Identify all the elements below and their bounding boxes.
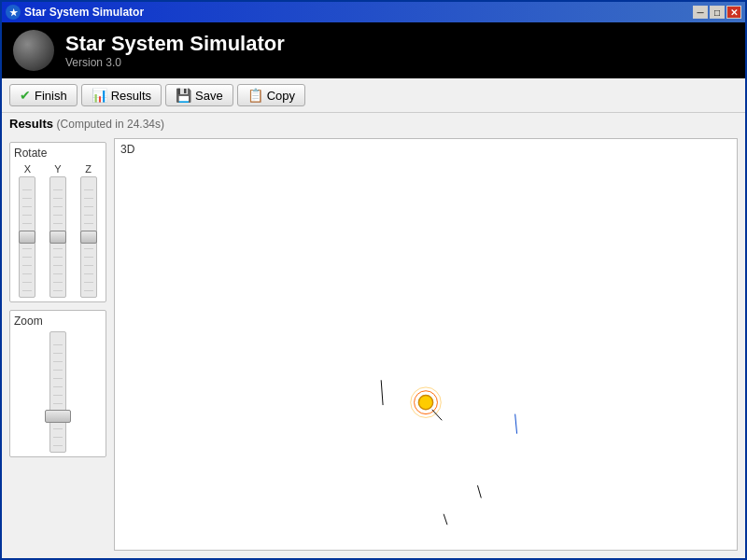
finish-label: Finish [35, 89, 67, 103]
minimize-button[interactable]: ─ [693, 6, 708, 19]
toolbar: ✔ Finish 📊 Results 💾 Save 📋 Copy [2, 78, 745, 113]
svg-line-7 [444, 514, 447, 525]
status-label: Results [9, 117, 53, 131]
app-title: Star System Simulator [65, 32, 285, 56]
copy-label: Copy [267, 89, 295, 103]
left-panel: Rotate X Y Z [2, 134, 114, 558]
zoom-slider-thumb[interactable] [45, 410, 71, 423]
results-label: Results [111, 89, 151, 103]
copy-icon: 📋 [247, 88, 263, 103]
rotate-controls: X Y Z [14, 163, 102, 298]
results-icon: 📊 [92, 88, 107, 103]
main-content: Rotate X Y Z [2, 134, 745, 558]
finish-button[interactable]: ✔ Finish [9, 84, 78, 106]
app-version: Version 3.0 [65, 56, 285, 69]
copy-button[interactable]: 📋 Copy [237, 84, 305, 106]
svg-line-0 [381, 380, 383, 405]
x-axis-control: X [19, 163, 35, 298]
z-slider-thumb[interactable] [80, 231, 97, 244]
status-bar: Results (Computed in 24.34s) [2, 113, 745, 134]
x-axis-label: X [24, 163, 31, 175]
maximize-button[interactable]: □ [710, 6, 725, 19]
svg-line-6 [477, 485, 481, 497]
app-icon: ★ [6, 5, 21, 20]
zoom-group: Zoom [9, 310, 106, 457]
app-header-text: Star System Simulator Version 3.0 [65, 32, 285, 69]
star-system-view [115, 139, 737, 550]
z-axis-control: Z [80, 163, 97, 298]
app-logo [13, 30, 54, 71]
status-computed: (Computed in 24.34s) [57, 118, 164, 131]
y-axis-control: Y [49, 163, 66, 298]
title-bar-left: ★ Star System Simulator [6, 5, 144, 20]
z-slider[interactable] [80, 176, 97, 298]
z-axis-label: Z [85, 163, 92, 175]
rotate-label: Rotate [14, 147, 102, 160]
save-label: Save [195, 89, 223, 103]
save-button[interactable]: 💾 Save [165, 84, 233, 106]
x-slider-thumb[interactable] [19, 231, 35, 244]
zoom-slider-container [14, 331, 102, 453]
save-icon: 💾 [176, 88, 191, 103]
main-window: ★ Star System Simulator ─ □ ✕ Star Syste… [0, 0, 747, 560]
rotate-group: Rotate X Y Z [9, 142, 106, 302]
y-axis-label: Y [54, 163, 61, 175]
zoom-label: Zoom [14, 315, 102, 328]
svg-point-1 [418, 396, 432, 410]
svg-line-4 [432, 410, 443, 420]
results-button[interactable]: 📊 Results [81, 84, 162, 106]
close-button[interactable]: ✕ [726, 6, 741, 19]
title-bar: ★ Star System Simulator ─ □ ✕ [2, 2, 745, 22]
y-slider-thumb[interactable] [49, 231, 66, 244]
window-title: Star System Simulator [24, 6, 144, 19]
x-slider[interactable] [19, 176, 35, 298]
finish-icon: ✔ [20, 88, 31, 103]
y-slider[interactable] [49, 176, 66, 298]
app-header: Star System Simulator Version 3.0 [2, 22, 745, 78]
view-panel: 3D [114, 138, 738, 551]
svg-line-5 [515, 414, 517, 434]
title-bar-controls: ─ □ ✕ [693, 6, 741, 19]
zoom-slider[interactable] [49, 331, 66, 453]
